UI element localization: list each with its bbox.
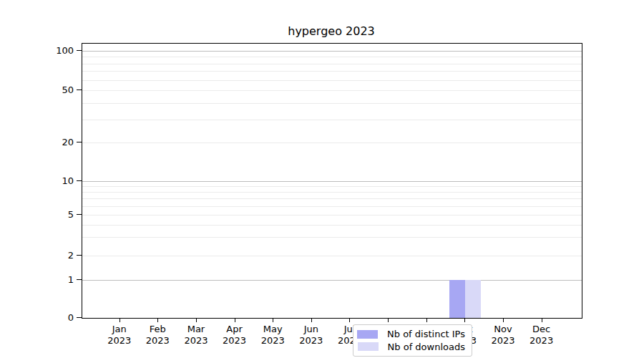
plot-area: Nb of distinct IPs Nb of downloads <box>82 43 582 319</box>
x-tick-mark-mar <box>196 318 197 322</box>
gridline-10 <box>82 181 582 182</box>
legend-swatch-distinct-ips <box>357 330 378 339</box>
gridline-5 <box>82 215 582 216</box>
gridline-2 <box>82 256 582 256</box>
x-tick-year: 2023 <box>291 335 331 347</box>
bar-nb-of-distinct-ips-oct-2023 <box>449 280 465 319</box>
gridline-7 <box>82 198 582 199</box>
x-tick-label-feb: Feb2023 <box>137 324 177 347</box>
x-tick-month: Nov <box>483 324 523 335</box>
bar-nb-of-downloads-oct-2023 <box>465 280 481 319</box>
x-tick-year: 2023 <box>215 335 255 347</box>
x-tick-month: Feb <box>137 324 177 335</box>
x-tick-month: Dec <box>522 324 562 335</box>
gridline-70 <box>82 71 582 72</box>
x-tick-label-nov: Nov2023 <box>483 324 523 347</box>
x-tick-mark-apr <box>235 318 235 322</box>
y-tick-mark-1 <box>77 279 82 280</box>
x-tick-mark-jun <box>311 318 312 322</box>
x-tick-mark-jul <box>349 318 350 322</box>
x-tick-year: 2023 <box>522 335 562 347</box>
gridline-3 <box>82 237 582 238</box>
x-tick-label-mar: Mar2023 <box>176 324 216 347</box>
x-tick-label-apr: Apr2023 <box>215 324 255 347</box>
y-tick-mark-0 <box>77 317 82 318</box>
x-tick-label-dec: Dec2023 <box>522 324 562 347</box>
x-tick-mark-aug <box>388 318 389 322</box>
y-tick-mark-5 <box>77 214 82 215</box>
x-tick-month: Apr <box>215 324 255 335</box>
gridline-60 <box>82 80 582 81</box>
x-tick-mark-sep <box>426 318 427 322</box>
gridline-40 <box>82 103 582 104</box>
x-tick-mark-feb <box>157 318 158 322</box>
y-tick-label-2: 2 <box>42 251 74 260</box>
gridline-90 <box>82 57 582 57</box>
x-tick-month: Jun <box>291 324 331 335</box>
y-tick-label-1: 1 <box>42 275 74 284</box>
gridline-9 <box>82 186 582 187</box>
x-tick-year: 2023 <box>483 335 523 347</box>
x-tick-month: Mar <box>176 324 216 335</box>
gridline-8 <box>82 192 582 193</box>
x-tick-label-may: May2023 <box>253 324 293 347</box>
x-tick-label-jan: Jan2023 <box>99 324 140 347</box>
legend: Nb of distinct IPs Nb of downloads <box>353 324 472 357</box>
y-tick-label-0: 0 <box>42 313 74 322</box>
gridline-100 <box>82 51 582 52</box>
x-tick-month: May <box>253 324 293 335</box>
y-tick-label-20: 20 <box>42 137 74 147</box>
legend-label-downloads: Nb of downloads <box>388 342 465 352</box>
legend-row-distinct-ips: Nb of distinct IPs <box>358 328 465 340</box>
gridline-4 <box>82 225 582 226</box>
x-tick-mark-jan <box>119 318 120 322</box>
x-tick-mark-may <box>273 318 273 322</box>
x-tick-month: Jan <box>99 324 140 335</box>
x-tick-mark-oct <box>464 318 465 322</box>
y-tick-mark-10 <box>77 180 82 181</box>
gridline-1 <box>82 280 582 281</box>
x-tick-year: 2023 <box>176 335 216 347</box>
gridline-50 <box>82 90 582 91</box>
x-tick-year: 2023 <box>99 335 140 347</box>
legend-swatch-downloads <box>358 342 379 351</box>
legend-label-distinct-ips: Nb of distinct IPs <box>387 329 465 339</box>
chart-title: hypergeo 2023 <box>82 24 581 38</box>
y-tick-mark-100 <box>77 50 82 51</box>
y-tick-label-50: 50 <box>42 85 74 95</box>
legend-row-downloads: Nb of downloads <box>358 341 465 353</box>
x-tick-mark-nov <box>503 318 504 322</box>
figure: hypergeo 2023 Nb of distinct IPs Nb of d… <box>0 0 644 358</box>
gridline-30 <box>82 120 582 120</box>
x-tick-year: 2023 <box>137 335 177 347</box>
gridline-6 <box>82 206 582 207</box>
gridline-20 <box>82 142 582 143</box>
x-tick-label-jun: Jun2023 <box>291 324 331 347</box>
y-tick-label-5: 5 <box>42 210 74 219</box>
y-tick-mark-2 <box>77 255 82 256</box>
y-tick-label-10: 10 <box>42 176 74 185</box>
x-tick-mark-dec <box>542 318 542 322</box>
x-tick-year: 2023 <box>253 335 293 347</box>
y-tick-label-100: 100 <box>42 46 74 55</box>
y-tick-mark-50 <box>77 90 82 90</box>
y-tick-mark-20 <box>77 142 82 142</box>
gridline-80 <box>82 64 582 64</box>
